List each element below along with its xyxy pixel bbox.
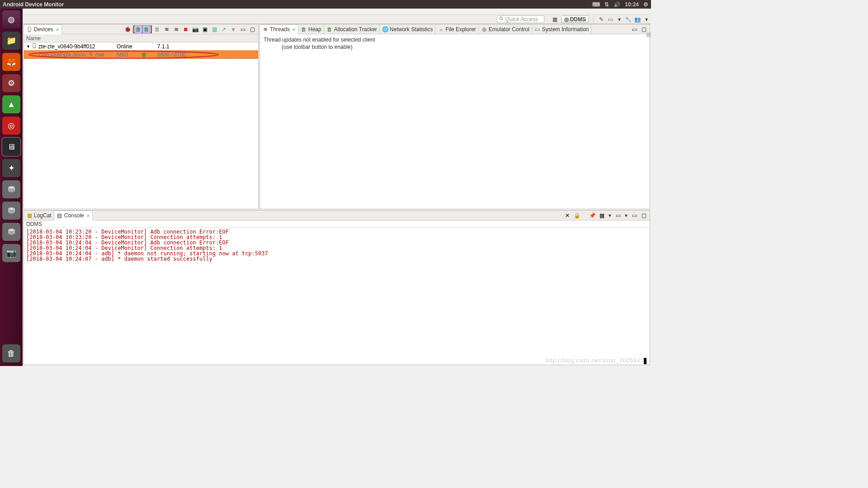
tab-threads[interactable]: ≋ Threads ✕: [260, 24, 298, 34]
tab-devices[interactable]: Devices ✕: [24, 24, 62, 34]
tab-system-information[interactable]: ▭ System Information: [532, 24, 591, 34]
tool-team-icon[interactable]: 👥: [634, 16, 641, 23]
sound-icon[interactable]: 🔊: [613, 1, 620, 8]
arrow-icon[interactable]: ↗: [220, 25, 228, 33]
gc-icon[interactable]: 🗑: [153, 25, 161, 33]
chevron-down-icon[interactable]: ▾: [644, 17, 649, 22]
close-icon[interactable]: ✕: [86, 213, 90, 218]
launcher-dash-icon[interactable]: ◍: [2, 10, 20, 28]
maximize-icon[interactable]: ▢: [248, 25, 256, 33]
launcher-files-icon[interactable]: 📁: [2, 32, 20, 50]
tab-emulator-control[interactable]: ◎ Emulator Control: [479, 24, 532, 34]
maximize-icon[interactable]: ▢: [640, 211, 648, 220]
keyboard-icon[interactable]: ⌨: [592, 1, 600, 8]
stop-icon[interactable]: ⏹: [182, 25, 190, 33]
uiautomator-icon[interactable]: ▣: [201, 25, 209, 33]
chevron-down-icon[interactable]: ▾: [607, 213, 613, 218]
tab-emu-label: Emulator Control: [489, 26, 529, 33]
launcher-camera-icon[interactable]: 📷: [2, 244, 20, 262]
device-version: 7.1.1: [157, 43, 256, 50]
launcher-netease-icon[interactable]: ◎: [2, 117, 20, 135]
launcher-disk2-icon[interactable]: ⛃: [2, 202, 20, 220]
quick-access-placeholder: Quick Access: [505, 16, 538, 23]
emulator-icon: ◎: [481, 26, 487, 33]
tab-heap[interactable]: 🗑 Heap: [298, 24, 324, 34]
quick-access-input[interactable]: Quick Access: [497, 15, 544, 23]
tab-heap-label: Heap: [308, 26, 321, 33]
minimize-icon[interactable]: ▭: [630, 211, 638, 220]
phone-icon: [32, 43, 37, 50]
devices-tabrow: Devices ✕ 🐞 🗑 🗑 🗑 ≋ ≋ ⏹ �: [24, 24, 258, 34]
network-icon[interactable]: ⇅: [604, 1, 609, 8]
launcher-firefox-icon[interactable]: 🦊: [2, 53, 20, 71]
window-title: Android Device Monitor: [3, 1, 64, 8]
screenshot-icon[interactable]: 📷: [191, 25, 199, 33]
debug-icon[interactable]: 🐞: [123, 25, 132, 33]
tool-new-icon[interactable]: ✎: [598, 16, 604, 23]
launcher-monitor-icon[interactable]: 🖥: [2, 138, 20, 156]
update-threads-icon[interactable]: ≋: [163, 25, 171, 33]
console-icon: ▤: [57, 212, 63, 219]
perspective-ddms-button[interactable]: ◎ DDMS: [561, 15, 589, 23]
tab-net-label: Network Statistics: [390, 26, 433, 33]
dump-hprof-icon[interactable]: 🗑: [142, 25, 151, 33]
tool-prefs-icon[interactable]: 🔧: [625, 16, 632, 23]
highlighted-heap-buttons: 🗑 🗑: [133, 25, 152, 33]
launcher-settings-icon[interactable]: ⚙: [2, 74, 20, 92]
console-clear-icon[interactable]: ✕: [563, 211, 571, 220]
threads-icon: ≋: [262, 26, 269, 33]
minimize-icon[interactable]: ▭: [239, 25, 247, 33]
network-icon: 🌐: [382, 26, 388, 33]
chevron-down-icon[interactable]: ▾: [617, 17, 622, 22]
open-perspective-icon[interactable]: ▦: [552, 16, 558, 23]
tab-threads-label: Threads: [270, 26, 290, 33]
heap-icon: 🗑: [301, 26, 307, 33]
console-scroll-lock-icon[interactable]: 🔒: [573, 211, 581, 220]
expand-chevron-icon[interactable]: ▼: [26, 44, 30, 49]
right-gutter: [646, 33, 651, 38]
right-tabrow: ≋ Threads ✕ 🗑 Heap 🗑 Allocation Tracker …: [260, 24, 650, 34]
col-name: Name: [26, 35, 117, 42]
minimize-icon[interactable]: ▭: [630, 25, 638, 33]
tab-logcat[interactable]: ▦ LogCat: [24, 211, 54, 220]
launcher-trash-icon[interactable]: 🗑: [2, 344, 20, 362]
device-status: Online: [117, 43, 142, 50]
device-name: zte-zte_v0840-9b4ff012: [38, 43, 95, 50]
close-icon[interactable]: ✕: [56, 27, 59, 32]
console-title: DDMS: [24, 221, 650, 228]
tab-file-label: File Explorer: [445, 26, 476, 33]
process-row[interactable]: com.example.demo_8_mat 5601 🗑 8600 / 870…: [24, 51, 258, 59]
tab-devices-label: Devices: [34, 26, 53, 33]
close-icon[interactable]: ✕: [292, 27, 296, 32]
launcher-shotwell-icon[interactable]: ✦: [2, 159, 20, 177]
chevron-down-icon[interactable]: ▾: [623, 213, 629, 218]
console-display-icon[interactable]: ▦: [598, 211, 606, 220]
console-open-icon[interactable]: ▭: [614, 211, 622, 220]
process-name: com.example.demo_8_mat: [39, 52, 104, 58]
maximize-icon[interactable]: ▢: [640, 25, 648, 33]
launcher-androidstudio-icon[interactable]: ▲: [2, 95, 20, 113]
console-pin-icon[interactable]: 📌: [588, 211, 596, 220]
ubuntu-topbar: Android Device Monitor ⌨ ⇅ 🔊 10:24 ⚙: [0, 0, 651, 9]
clock[interactable]: 10:24: [625, 1, 639, 8]
launcher-disk3-icon[interactable]: ⛃: [2, 223, 20, 241]
tab-file-explorer[interactable]: ⍝ File Explorer: [435, 24, 478, 34]
tab-console[interactable]: ▤ Console ✕: [54, 211, 93, 221]
devices-toolbar: 🐞 🗑 🗑 🗑 ≋ ≋ ⏹ 📷 ▣ ▥ ↗ ▿: [122, 24, 258, 34]
view-menu-chevron-icon[interactable]: ▿: [229, 25, 237, 33]
systrace-icon[interactable]: ▥: [210, 25, 218, 33]
tab-alloc-label: Allocation Tracker: [334, 26, 377, 33]
update-heap-icon[interactable]: 🗑: [134, 25, 142, 33]
gear-icon[interactable]: ⚙: [643, 1, 648, 8]
tool-window-icon[interactable]: ▭: [607, 16, 614, 23]
console-body[interactable]: [2018-03-04 10:23:20 - DeviceMonitor] Ad…: [24, 228, 650, 365]
launcher-disk1-icon[interactable]: ⛃: [2, 180, 20, 198]
ddms-icon: ◎: [564, 16, 569, 23]
tab-allocation-tracker[interactable]: 🗑 Allocation Tracker: [324, 24, 380, 34]
process-ports: 8600 / 8700: [157, 52, 256, 58]
threads-msg-line1: Thread updates not enabled for selected …: [264, 36, 646, 43]
tab-network-statistics[interactable]: 🌐 Network Statistics: [380, 24, 435, 34]
device-row[interactable]: ▼ zte-zte_v0840-9b4ff012 Online 7.1.1: [24, 42, 258, 51]
method-profiling-icon[interactable]: ≋: [172, 25, 180, 33]
gutter-icon[interactable]: [646, 33, 651, 37]
